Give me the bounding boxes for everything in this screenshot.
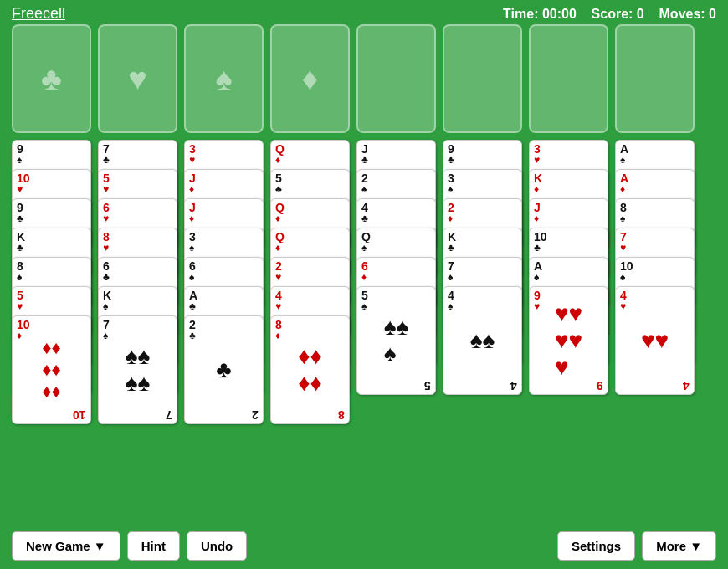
card[interactable]: 7♠♠♠♠♠7	[98, 315, 177, 424]
undo-button[interactable]: Undo	[187, 531, 247, 561]
foundation-2[interactable]	[443, 24, 522, 133]
column-3: 3♥♥3 J♦J♦J J♦J♦J 3♠♠3 6♠♠6 A♣♣A 2♣♣2	[184, 140, 264, 424]
free-cell-2[interactable]: ♥	[98, 24, 177, 133]
more-button[interactable]: More ▼	[642, 531, 716, 561]
card[interactable]: 4♠♠♠4	[443, 286, 522, 395]
card[interactable]: 4♥♥♥4	[615, 286, 695, 395]
bottom-bar: New Game ▼ Hint Undo Settings More ▼	[0, 523, 728, 569]
free-cell-1[interactable]: ♣	[12, 24, 91, 133]
column-8: A♠♠A A♦♦A 8♠♠8 7♥♥7 10♠♠10 4♥♥♥4	[615, 140, 695, 424]
foundation-4[interactable]	[615, 24, 695, 133]
score-display: Score: 0	[592, 7, 644, 21]
column-2: 7♣♣7 5♥♥5 6♥♥6 8♥♥8 6♣♣6 K♠♠K 7♠♠♠♠♠7	[98, 140, 177, 424]
foundation-1[interactable]	[356, 24, 436, 133]
moves-display: Moves: 0	[659, 7, 716, 21]
column-7: 3♥♥3 K♦K♦K J♦J♦J 10♣♣10 A♠♠A 9♥♥♥♥♥♥9	[529, 140, 608, 424]
column-6: 9♣♣9 3♠♠3 2♦♦2 K♣K♣K 7♠♠♠♠7 4♠♠♠4	[443, 140, 522, 424]
foundation-3[interactable]	[529, 24, 608, 133]
card[interactable]: 8♦♦♦♦♦8	[270, 315, 350, 424]
column-5: J♣J♣J 2♠♠2 4♣♣4 Q♠Q♠Q 6♦♦6 5♠♠♠♠5	[356, 140, 436, 424]
card[interactable]: 10♦♦♦♦♦♦♦10	[12, 315, 91, 424]
card[interactable]: 9♥♥♥♥♥♥9	[529, 286, 608, 395]
column-1: 9♠♠9 10♥♥10 9♣♣9 K♣♣K 8♠♠8 5♥♥5 10♦♦♦♦♦♦…	[12, 140, 91, 424]
free-cell-4[interactable]: ♦	[270, 24, 350, 133]
columns-area: 9♠♠9 10♥♥10 9♣♣9 K♣♣K 8♠♠8 5♥♥5 10♦♦♦♦♦♦…	[8, 140, 720, 424]
time-display: Time: 00:00	[503, 7, 577, 21]
column-4: Q♦Q♦Q 5♣♣5 Q♦Q♦Q Q♦Q♦Q 2♥♥2 4♥♥4 8♦♦♦♦♦8	[270, 140, 350, 424]
free-cell-3[interactable]: ♠	[184, 24, 264, 133]
top-cards-area: ♣ ♥ ♠ ♦	[8, 24, 720, 133]
game-title[interactable]: Freecell	[12, 5, 65, 23]
card[interactable]: 2♣♣2	[184, 315, 264, 424]
new-game-button[interactable]: New Game ▼	[12, 531, 120, 561]
hint-button[interactable]: Hint	[127, 531, 180, 561]
settings-button[interactable]: Settings	[557, 531, 635, 561]
card[interactable]: 5♠♠♠♠5	[356, 286, 436, 395]
